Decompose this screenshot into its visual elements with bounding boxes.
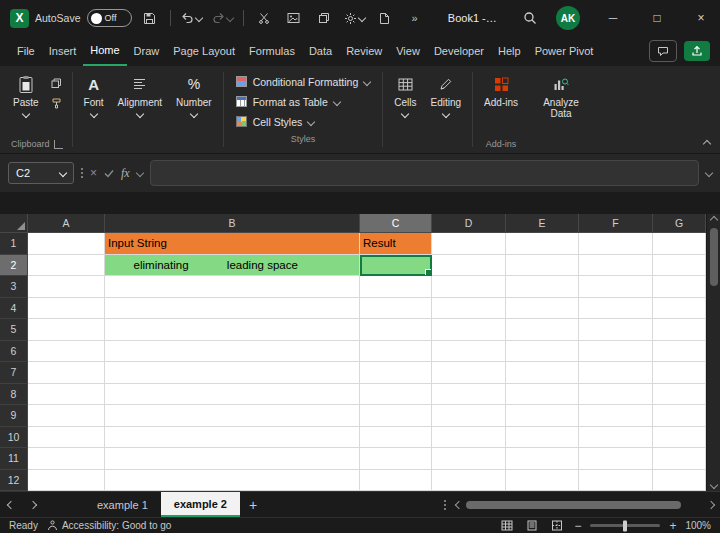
cell-b5[interactable] [105,319,360,341]
cell-b6[interactable] [105,341,360,363]
cell-e12[interactable] [506,470,579,492]
collapse-ribbon-icon[interactable] [703,140,711,148]
number-button[interactable]: % Number [169,69,219,153]
cell-f11[interactable] [579,448,653,470]
cell-a9[interactable] [28,405,105,427]
editing-button[interactable]: Editing [424,69,469,153]
analyze-data-button[interactable]: Analyze Data [525,69,597,153]
cell-g2[interactable] [653,255,706,277]
expand-formula-bar-icon[interactable] [705,169,713,177]
cell-f1[interactable] [579,233,653,255]
picture-icon[interactable] [282,6,306,30]
cut-icon[interactable] [252,6,276,30]
insert-function-button[interactable]: fx [121,166,130,181]
menu-tab-formulas[interactable]: Formulas [242,36,302,66]
cell-c8[interactable] [360,384,432,406]
zoom-out-button[interactable]: − [574,519,581,533]
cell-c4[interactable] [360,298,432,320]
menu-tab-review[interactable]: Review [339,36,389,66]
cell-a10[interactable] [28,427,105,449]
cell-f2[interactable] [579,255,653,277]
cell-c9[interactable] [360,405,432,427]
drag-handle-icon[interactable] [81,168,83,178]
row-header-9[interactable]: 9 [0,405,28,427]
page-layout-view-icon[interactable] [524,518,540,533]
cell-d10[interactable] [432,427,506,449]
cell-b11[interactable] [105,448,360,470]
comments-button[interactable] [649,40,677,62]
excel-logo-icon[interactable]: X [10,9,29,28]
cancel-icon[interactable]: × [90,166,97,180]
cell-g12[interactable] [653,470,706,492]
cell-a6[interactable] [28,341,105,363]
cell-g3[interactable] [653,276,706,298]
cell-d12[interactable] [432,470,506,492]
cell-g6[interactable] [653,341,706,363]
cell-g11[interactable] [653,448,706,470]
row-header-8[interactable]: 8 [0,384,28,406]
tab-options-icon[interactable] [434,492,456,517]
cell-f12[interactable] [579,470,653,492]
cell-e2[interactable] [506,255,579,277]
cell-a11[interactable] [28,448,105,470]
cell-g9[interactable] [653,405,706,427]
cell-e6[interactable] [506,341,579,363]
cell-f10[interactable] [579,427,653,449]
cell-c5[interactable] [360,319,432,341]
cell-e1[interactable] [506,233,579,255]
cell-c3[interactable] [360,276,432,298]
cell-c12[interactable] [360,470,432,492]
menu-tab-view[interactable]: View [389,36,427,66]
cell-a4[interactable] [28,298,105,320]
alignment-button[interactable]: Alignment [111,69,169,153]
paste-button[interactable]: Paste [6,69,46,119]
undo-button[interactable] [179,6,204,30]
horizontal-scroll-thumb[interactable] [466,501,681,509]
redo-button[interactable] [210,6,235,30]
column-header-b[interactable]: B [105,214,360,233]
enter-icon[interactable] [104,169,114,178]
cell-c7[interactable] [360,362,432,384]
select-all-corner[interactable] [0,214,28,233]
addins-button[interactable]: Add-ins [477,69,525,110]
menu-tab-data[interactable]: Data [302,36,339,66]
cell-a8[interactable] [28,384,105,406]
cell-c10[interactable] [360,427,432,449]
menu-tab-draw[interactable]: Draw [127,36,167,66]
row-header-3[interactable]: 3 [0,276,28,298]
add-sheet-button[interactable]: + [240,492,266,517]
close-button[interactable]: × [682,0,720,36]
cell-g4[interactable] [653,298,706,320]
column-header-d[interactable]: D [432,214,506,233]
format-painter-icon[interactable] [49,96,65,110]
avatar[interactable]: AK [556,6,580,30]
cell-e3[interactable] [506,276,579,298]
dialog-launcher-icon[interactable] [54,140,63,149]
row-header-4[interactable]: 4 [0,298,28,320]
maximize-button[interactable]: □ [638,0,676,36]
copy-icon[interactable] [312,6,336,30]
cell-b2[interactable]: eliminating leading space [105,255,360,277]
new-document-icon[interactable] [373,6,397,30]
cell-e4[interactable] [506,298,579,320]
settings-icon[interactable] [342,6,367,30]
cell-d9[interactable] [432,405,506,427]
column-header-a[interactable]: A [28,214,105,233]
zoom-slider-thumb[interactable] [623,520,627,531]
cell-d11[interactable] [432,448,506,470]
cell-d4[interactable] [432,298,506,320]
share-button[interactable] [684,41,710,61]
cell-d5[interactable] [432,319,506,341]
cell-e8[interactable] [506,384,579,406]
cell-d7[interactable] [432,362,506,384]
scroll-left-icon[interactable] [455,500,463,508]
copy-icon[interactable] [49,76,65,90]
cell-a1[interactable] [28,233,105,255]
vertical-scroll-thumb[interactable] [710,228,718,286]
row-header-10[interactable]: 10 [0,427,28,449]
cell-g7[interactable] [653,362,706,384]
search-icon[interactable] [518,6,542,30]
cell-g5[interactable] [653,319,706,341]
menu-tab-help[interactable]: Help [491,36,528,66]
cell-a5[interactable] [28,319,105,341]
